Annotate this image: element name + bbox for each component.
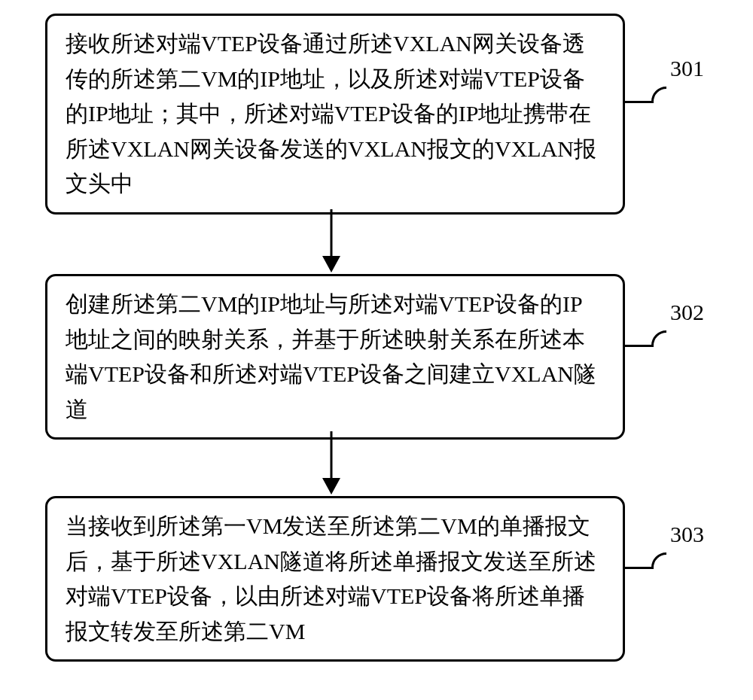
ref-connector-arc-302 (651, 330, 681, 361)
ref-connector-arc-301 (651, 87, 681, 117)
step-text-302: 创建所述第二VM的IP地址与所述对端VTEP设备的IP地址之间的映射关系，并基于… (66, 291, 596, 422)
ref-connector-301 (625, 101, 654, 103)
step-box-301: 接收所述对端VTEP设备通过所述VXLAN网关设备透传的所述第二VM的IP地址，… (45, 14, 625, 215)
ref-label-303: 303 (670, 522, 704, 547)
arrow-2-3-line (331, 431, 333, 478)
ref-connector-302 (625, 345, 654, 347)
ref-connector-303 (625, 567, 654, 569)
step-text-303: 当接收到所述第一VM发送至所述第二VM的单播报文后，基于所述VXLAN隧道将所述… (66, 513, 596, 644)
arrow-1-2-line (331, 209, 333, 256)
flowchart-canvas: 接收所述对端VTEP设备通过所述VXLAN网关设备透传的所述第二VM的IP地址，… (0, 0, 753, 700)
ref-connector-arc-303 (651, 552, 681, 583)
step-box-302: 创建所述第二VM的IP地址与所述对端VTEP设备的IP地址之间的映射关系，并基于… (45, 274, 625, 440)
ref-label-301: 301 (670, 56, 704, 81)
step-box-303: 当接收到所述第一VM发送至所述第二VM的单播报文后，基于所述VXLAN隧道将所述… (45, 496, 625, 662)
step-text-301: 接收所述对端VTEP设备通过所述VXLAN网关设备透传的所述第二VM的IP地址，… (66, 31, 596, 196)
arrow-1-2-head (322, 256, 340, 272)
ref-label-302: 302 (670, 300, 704, 325)
arrow-2-3-head (322, 478, 340, 495)
